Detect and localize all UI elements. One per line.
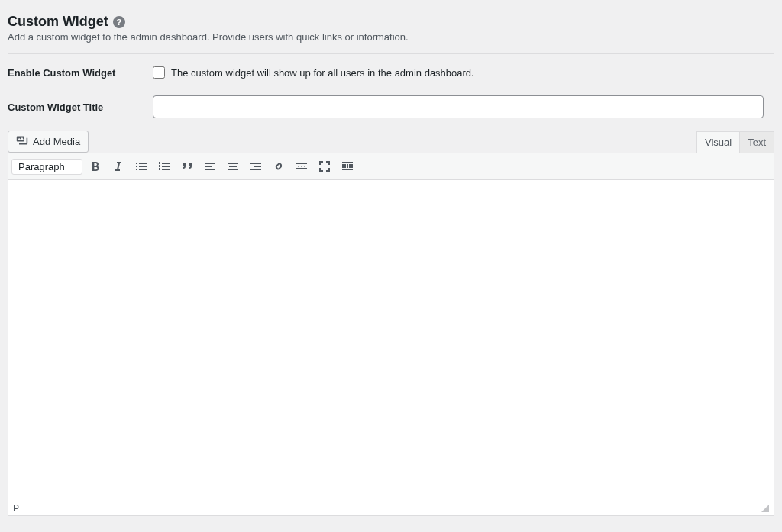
- align-right-icon[interactable]: [246, 156, 266, 176]
- status-path: P: [13, 503, 19, 514]
- section-title: Custom Widget ?: [8, 14, 125, 30]
- editor-tabs: Visual Text: [696, 131, 774, 153]
- section-description: Add a custom widget to the admin dashboa…: [8, 31, 774, 43]
- enable-label: Enable Custom Widget: [8, 67, 153, 79]
- fullscreen-icon[interactable]: [315, 156, 334, 176]
- blockquote-icon[interactable]: [177, 156, 197, 176]
- format-select[interactable]: Paragraph: [11, 159, 82, 175]
- tab-visual[interactable]: Visual: [696, 131, 740, 153]
- editor-content-area[interactable]: [8, 180, 774, 501]
- bold-icon[interactable]: [86, 156, 105, 176]
- numbered-list-icon[interactable]: [154, 156, 174, 176]
- title-row: Custom Widget Title: [8, 95, 774, 118]
- editor-toolbar: Paragraph: [8, 153, 774, 180]
- tab-text[interactable]: Text: [740, 131, 774, 153]
- media-icon: [16, 134, 28, 149]
- read-more-icon[interactable]: [292, 156, 312, 176]
- add-media-button[interactable]: Add Media: [8, 131, 89, 153]
- enable-checkbox-wrap[interactable]: The custom widget will show up for all u…: [153, 66, 774, 79]
- enable-row: Enable Custom Widget The custom widget w…: [8, 66, 774, 79]
- section-title-text: Custom Widget: [8, 14, 108, 30]
- title-label: Custom Widget Title: [8, 102, 153, 113]
- bullet-list-icon[interactable]: [131, 156, 151, 176]
- enable-desc: The custom widget will show up for all u…: [171, 67, 474, 79]
- help-icon[interactable]: ?: [113, 16, 125, 28]
- widget-title-input[interactable]: [153, 95, 764, 118]
- editor-statusbar: P: [8, 501, 774, 515]
- resize-handle-icon[interactable]: [761, 505, 769, 512]
- divider: [8, 53, 774, 54]
- align-left-icon[interactable]: [200, 156, 220, 176]
- italic-icon[interactable]: [108, 156, 128, 176]
- enable-checkbox[interactable]: [153, 66, 165, 79]
- link-icon[interactable]: [269, 156, 289, 176]
- toolbar-toggle-icon[interactable]: [338, 156, 357, 176]
- editor-container: Paragraph: [8, 153, 774, 516]
- editor-header: Add Media Visual Text: [8, 131, 774, 153]
- add-media-label: Add Media: [33, 136, 80, 147]
- align-center-icon[interactable]: [223, 156, 243, 176]
